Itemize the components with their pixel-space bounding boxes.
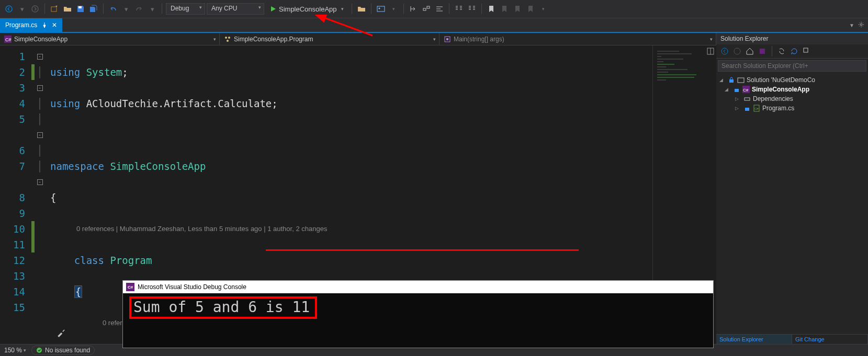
back-icon[interactable] (719, 46, 730, 56)
save-all-icon[interactable] (88, 3, 99, 15)
codelens-class[interactable]: 0 references | Muhammad Zeeshan, Less th… (76, 221, 327, 237)
nav-member-label: Main(string[] args) (454, 36, 504, 43)
open-file-icon[interactable] (62, 3, 73, 15)
console-titlebar[interactable]: C# Microsoft Visual Studio Debug Console (123, 281, 713, 293)
save-icon[interactable] (75, 3, 86, 15)
fold-toggle[interactable] (35, 80, 45, 96)
tab-overflow-icon[interactable]: ▼ (849, 22, 854, 28)
undo-icon[interactable] (107, 3, 119, 15)
folder-icon[interactable] (356, 3, 367, 15)
lock-icon (728, 76, 735, 84)
solution-config-dropdown[interactable]: Debug (166, 3, 205, 15)
redo-icon[interactable]: ▾ (120, 3, 132, 15)
svg-rect-4 (377, 6, 385, 12)
comment-icon[interactable] (453, 3, 465, 15)
svg-point-18 (722, 48, 728, 54)
nav-fwd-icon[interactable]: ▾ (16, 3, 28, 15)
bookmark-prev-icon[interactable] (499, 3, 510, 15)
issues-indicator[interactable]: No issues found (31, 346, 95, 355)
debug-console-window: C# Microsoft Visual Studio Debug Console… (122, 280, 714, 348)
svg-rect-27 (745, 98, 750, 100)
startup-project-label: SimpleConsoleApp (279, 5, 337, 13)
step-icon[interactable] (408, 3, 419, 15)
format-icon[interactable] (434, 3, 445, 15)
solution-explorer-panel: Solution Explorer ◢ Solution 'NuGetDemoC… (716, 33, 868, 344)
console-title-label: Microsoft Visual Studio Debug Console (138, 283, 246, 291)
tree-solution[interactable]: ◢ Solution 'NuGetDemoCo (717, 75, 867, 85)
svg-rect-28 (745, 108, 749, 111)
image-icon[interactable] (375, 3, 387, 15)
csharp-file-icon: C# (753, 105, 760, 112)
zoom-control[interactable]: 150 %▾ (4, 347, 26, 354)
svg-point-5 (378, 8, 380, 9)
toolbar-overflow-icon[interactable]: ▾ (538, 3, 549, 15)
home-icon[interactable] (745, 46, 755, 56)
fold-column: │ │ │ │ │ (35, 45, 45, 344)
uncomment-icon[interactable] (466, 3, 478, 15)
switch-view-icon[interactable] (757, 46, 768, 56)
svg-text:C#: C# (5, 37, 12, 42)
sync-icon[interactable] (776, 46, 787, 56)
method-icon (444, 36, 451, 43)
nav-back-icon[interactable] (3, 3, 15, 15)
step-into-icon[interactable] (421, 3, 432, 15)
nav-project-label: SimpleConsoleApp (14, 36, 67, 43)
svg-rect-15 (446, 38, 448, 40)
dependencies-icon (743, 95, 751, 102)
fold-toggle[interactable] (35, 174, 45, 190)
tab-git-changes[interactable]: Git Change (792, 335, 868, 344)
svg-rect-7 (427, 6, 430, 8)
close-icon[interactable]: ✕ (52, 21, 57, 29)
svg-rect-2 (51, 7, 57, 12)
vs-icon: C# (126, 283, 134, 291)
solexp-search-input[interactable] (718, 60, 866, 72)
quick-actions-icon[interactable] (57, 328, 66, 337)
solution-platform-dropdown[interactable]: Any CPU (207, 3, 264, 15)
gear-icon[interactable] (858, 21, 865, 30)
main-toolbar: ▾ ▾ ▾ Debug Any CPU SimpleConsoleApp ▾ ▾ (0, 0, 868, 18)
annotation-highlight-box: Sum of 5 and 6 is 11 (129, 296, 317, 319)
svg-rect-3 (78, 6, 82, 8)
svg-point-19 (734, 48, 740, 54)
check-circle-icon (36, 347, 42, 353)
nav-class-label: SimpleConsoleApp.Program (234, 36, 313, 43)
nav-fwd-icon[interactable] (29, 3, 41, 15)
class-icon (224, 36, 231, 43)
fold-toggle[interactable] (35, 49, 45, 64)
solexp-toolbar (716, 44, 868, 59)
solution-tree: ◢ Solution 'NuGetDemoCo ◢ C# SimpleConso… (716, 73, 868, 334)
nav-class-dropdown[interactable]: SimpleConsoleApp.Program (220, 33, 439, 45)
refresh-icon[interactable] (789, 46, 799, 56)
collapse-all-icon[interactable] (802, 46, 812, 56)
new-project-icon[interactable] (49, 3, 60, 15)
lock-icon (733, 86, 740, 93)
tree-file-program[interactable]: ▷ C# Program.cs (717, 104, 867, 113)
bookmark-clear-icon[interactable] (525, 3, 536, 15)
fold-toggle[interactable] (35, 127, 45, 143)
chevron-down-icon[interactable]: ▾ (388, 3, 400, 15)
csharp-project-icon: C# (4, 36, 12, 43)
line-gutter: 12345 67 89101112131415 (0, 45, 31, 344)
fwd-icon[interactable] (732, 46, 742, 56)
redo-icon[interactable] (133, 3, 145, 15)
console-output: Sum of 5 and 6 is 11 (123, 293, 713, 348)
bookmark-icon[interactable] (486, 3, 497, 15)
tab-program-cs[interactable]: Program.cs ✕ (0, 18, 62, 32)
start-debug-button[interactable]: SimpleConsoleApp (266, 3, 348, 15)
bookmark-next-icon[interactable] (512, 3, 523, 15)
nav-project-dropdown[interactable]: C# SimpleConsoleApp (0, 33, 220, 45)
svg-rect-21 (804, 48, 808, 52)
svg-rect-24 (735, 89, 739, 92)
pin-icon[interactable] (41, 22, 48, 28)
tab-solution-explorer[interactable]: Solution Explorer (716, 335, 792, 344)
svg-rect-22 (729, 79, 734, 83)
tree-dependencies[interactable]: ▷ Dependencies (717, 94, 867, 104)
tree-project[interactable]: ◢ C# SimpleConsoleApp (717, 85, 867, 94)
svg-text:C#: C# (743, 88, 749, 93)
svg-point-11 (225, 37, 227, 39)
csharp-project-icon: C# (742, 86, 750, 93)
redo-icon[interactable]: ▾ (146, 3, 158, 15)
nav-member-dropdown[interactable]: Main(string[] args) (439, 33, 716, 45)
panel-title: Solution Explorer (716, 33, 868, 44)
svg-rect-23 (738, 78, 744, 83)
